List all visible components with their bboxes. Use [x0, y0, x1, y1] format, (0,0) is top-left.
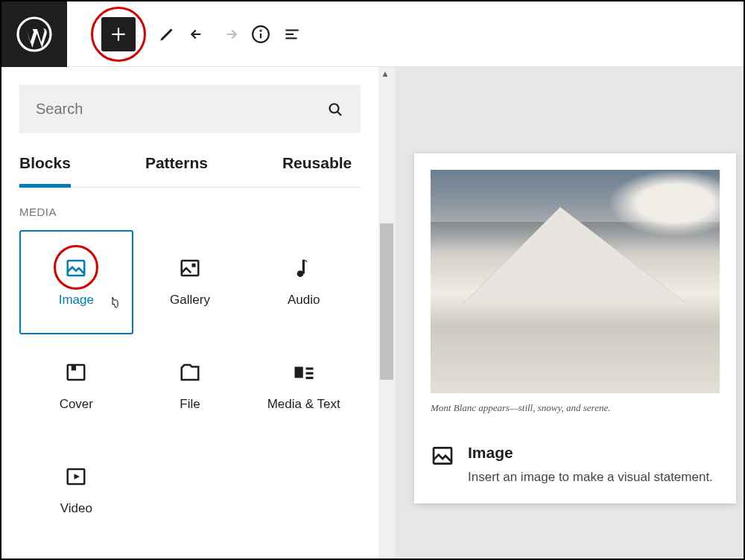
- pencil-icon: [157, 25, 177, 44]
- block-label: File: [180, 397, 200, 412]
- preview-text: Insert an image to make a visual stateme…: [468, 468, 713, 487]
- add-block-button[interactable]: [101, 17, 136, 51]
- cover-icon: [65, 361, 87, 384]
- svg-rect-18: [294, 367, 302, 378]
- scroll-up-arrow[interactable]: ▲: [381, 69, 390, 79]
- search-input[interactable]: [36, 101, 282, 118]
- media-text-icon: [293, 361, 315, 384]
- block-search[interactable]: [19, 85, 361, 133]
- tab-patterns[interactable]: Patterns: [145, 154, 208, 187]
- svg-rect-13: [191, 264, 195, 267]
- block-label: Gallery: [170, 293, 210, 308]
- search-icon: [326, 101, 344, 118]
- preview-caption: Mont Blanc appears—still, snowy, and ser…: [431, 402, 720, 414]
- info-button[interactable]: [250, 24, 271, 45]
- block-gallery[interactable]: Gallery: [133, 230, 247, 334]
- wordpress-logo[interactable]: [1, 1, 67, 67]
- preview-block-icon: [431, 444, 454, 471]
- editor-window: Blocks Patterns Reusable MEDIA Image Gal…: [0, 0, 745, 560]
- block-label: Media & Text: [267, 397, 340, 412]
- plus-icon: [109, 25, 128, 44]
- image-icon: [65, 257, 87, 279]
- block-image[interactable]: Image: [19, 230, 133, 334]
- block-inserter-panel: Blocks Patterns Reusable MEDIA Image Gal…: [1, 67, 378, 559]
- block-label: Video: [60, 501, 92, 516]
- wordpress-icon: [16, 16, 52, 52]
- block-file[interactable]: File: [133, 334, 247, 439]
- block-label: Audio: [288, 293, 320, 308]
- outline-button[interactable]: [282, 24, 302, 45]
- block-label: Cover: [60, 397, 93, 412]
- block-media-text[interactable]: Media & Text: [247, 334, 361, 439]
- block-video[interactable]: Video: [19, 439, 133, 543]
- redo-button[interactable]: [219, 24, 240, 45]
- edit-tool[interactable]: [156, 24, 177, 45]
- svg-point-9: [330, 104, 339, 112]
- preview-title: Image: [468, 444, 713, 462]
- undo-icon: [188, 25, 208, 44]
- list-outline-icon: [282, 25, 302, 44]
- tab-reusable[interactable]: Reusable: [282, 154, 352, 187]
- pointer-cursor-icon: [108, 296, 121, 312]
- file-icon: [179, 361, 201, 384]
- svg-line-10: [337, 112, 341, 115]
- block-label: Image: [59, 293, 94, 308]
- inserter-tabs: Blocks Patterns Reusable: [19, 154, 361, 188]
- video-icon: [65, 465, 87, 488]
- svg-point-5: [260, 30, 261, 31]
- scroll-thumb[interactable]: [380, 223, 393, 380]
- gallery-icon: [179, 257, 201, 279]
- block-grid: Image Gallery Audio Cover File: [19, 230, 361, 543]
- preview-image: [431, 170, 720, 393]
- top-toolbar: [1, 1, 744, 67]
- block-preview-card: Mont Blanc appears—still, snowy, and ser…: [414, 153, 736, 503]
- block-cover[interactable]: Cover: [19, 334, 133, 439]
- image-icon: [431, 444, 454, 468]
- add-block-button-wrap: [91, 7, 146, 62]
- toolbar-icons: [67, 7, 302, 62]
- redo-icon: [220, 25, 239, 44]
- editor-body: Blocks Patterns Reusable MEDIA Image Gal…: [1, 67, 744, 559]
- undo-button[interactable]: [188, 24, 209, 45]
- info-icon: [251, 25, 270, 44]
- block-audio[interactable]: Audio: [247, 230, 361, 334]
- audio-icon: [293, 257, 315, 279]
- category-heading: MEDIA: [19, 206, 361, 218]
- preview-description: Image Insert an image to make a visual s…: [431, 444, 720, 487]
- svg-rect-12: [182, 261, 199, 276]
- svg-rect-17: [72, 365, 76, 371]
- tab-blocks[interactable]: Blocks: [19, 154, 71, 188]
- panel-scrollbar[interactable]: ▲: [378, 67, 395, 559]
